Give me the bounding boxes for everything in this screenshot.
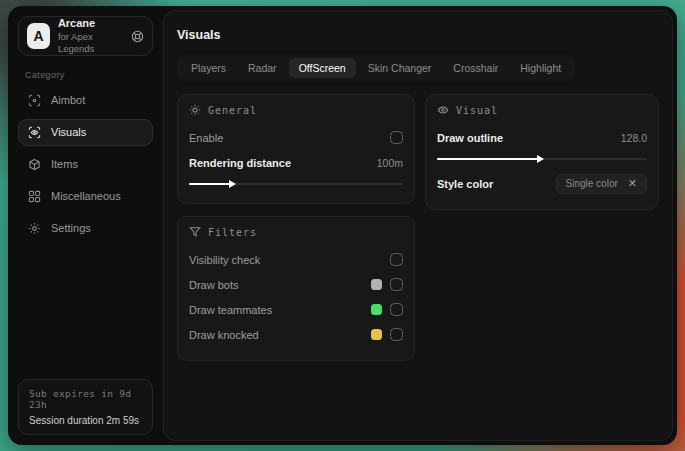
rendering-distance-label: Rendering distance [189, 157, 291, 169]
sub-expires-text: Sub expires in 9d 23h [29, 388, 142, 410]
tab-highlight[interactable]: Highlight [510, 58, 571, 78]
brand-card: A Arcane for Apex Legends [18, 16, 153, 56]
tab-bar: Players Radar OffScreen Skin Changer Cro… [177, 55, 575, 81]
visual-panel-title: Visual [456, 105, 498, 116]
sidebar-nav: Aimbot Visuals [18, 84, 153, 244]
enable-checkbox[interactable] [390, 131, 403, 144]
clear-selection-icon[interactable]: ✕ [628, 178, 637, 189]
draw-outline-label: Draw outline [437, 132, 503, 144]
session-duration-text: Session duration 2m 59s [29, 415, 142, 426]
main-panel: Visuals Players Radar OffScreen Skin Cha… [163, 10, 673, 441]
draw-teammates-row: Draw teammates [189, 298, 403, 321]
sidebar-item-label: Miscellaneous [51, 190, 121, 202]
enable-label: Enable [189, 132, 223, 144]
app-name: Arcane [58, 17, 123, 31]
tab-offscreen[interactable]: OffScreen [289, 58, 356, 78]
draw-outline-slider[interactable] [437, 153, 647, 165]
visual-panel: Visual Draw outline 128.0 Style color Si… [425, 94, 659, 210]
visibility-check-row: Visibility check [189, 248, 403, 271]
support-icon[interactable] [131, 30, 144, 43]
style-color-label: Style color [437, 178, 493, 190]
rendering-distance-slider[interactable] [189, 178, 403, 190]
sidebar-item-aimbot[interactable]: Aimbot [18, 87, 153, 114]
sidebar-item-label: Visuals [51, 126, 86, 138]
draw-bots-label: Draw bots [189, 279, 239, 291]
draw-teammates-color-swatch[interactable] [371, 304, 382, 315]
style-color-selected-value: Single color [566, 178, 618, 189]
right-column: Visual Draw outline 128.0 Style color Si… [425, 94, 659, 210]
crosshair-icon [28, 94, 41, 107]
draw-bots-controls [371, 278, 403, 291]
sidebar-item-miscellaneous[interactable]: Miscellaneous [18, 183, 153, 210]
draw-knocked-color-swatch[interactable] [371, 329, 382, 340]
general-panel-title: General [208, 105, 257, 116]
tab-crosshair[interactable]: Crosshair [443, 58, 508, 78]
visibility-check-label: Visibility check [189, 254, 260, 266]
left-column: General Enable Rendering distance 100m [177, 94, 415, 361]
app-subtitle: for Apex Legends [58, 31, 123, 55]
draw-knocked-row: Draw knocked [189, 323, 403, 346]
slider-fill [189, 183, 234, 185]
grid-icon [28, 190, 41, 203]
tab-skin-changer[interactable]: Skin Changer [358, 58, 442, 78]
filters-panel: Filters Visibility check Draw bots [177, 216, 415, 361]
general-panel-header: General [189, 104, 403, 116]
draw-teammates-checkbox[interactable] [390, 303, 403, 316]
sidebar-item-items[interactable]: Items [18, 151, 153, 178]
app-logo: A [27, 23, 50, 49]
gear-icon [28, 222, 41, 235]
sidebar: A Arcane for Apex Legends Category [12, 10, 159, 441]
sun-icon [189, 104, 201, 116]
rendering-distance-row: Rendering distance 100m [189, 151, 403, 174]
app-window: A Arcane for Apex Legends Category [8, 6, 677, 445]
style-color-select[interactable]: Single color ✕ [556, 174, 647, 194]
sidebar-item-settings[interactable]: Settings [18, 215, 153, 242]
visual-panel-header: Visual [437, 104, 647, 116]
tab-players[interactable]: Players [181, 58, 236, 78]
draw-bots-color-swatch[interactable] [371, 279, 382, 290]
tab-radar[interactable]: Radar [238, 58, 287, 78]
sidebar-item-label: Settings [51, 222, 91, 234]
funnel-icon [189, 226, 201, 238]
category-label: Category [25, 70, 146, 80]
draw-outline-row: Draw outline 128.0 [437, 126, 647, 149]
eye-scan-icon [28, 126, 41, 139]
visibility-check-checkbox[interactable] [390, 253, 403, 266]
style-color-row: Style color Single color ✕ [437, 172, 647, 195]
draw-knocked-label: Draw knocked [189, 329, 259, 341]
subscription-status-card: Sub expires in 9d 23h Session duration 2… [18, 379, 153, 435]
enable-row: Enable [189, 126, 403, 149]
box-icon [28, 158, 41, 171]
draw-teammates-controls [371, 303, 403, 316]
page-title: Visuals [177, 28, 659, 42]
filters-panel-title: Filters [208, 227, 257, 238]
draw-teammates-label: Draw teammates [189, 304, 272, 316]
filters-panel-header: Filters [189, 226, 403, 238]
brand-text: Arcane for Apex Legends [58, 17, 123, 55]
sidebar-item-label: Aimbot [51, 94, 85, 106]
draw-outline-value: 128.0 [621, 132, 647, 144]
draw-bots-checkbox[interactable] [390, 278, 403, 291]
sidebar-item-visuals[interactable]: Visuals [18, 119, 153, 146]
sidebar-item-label: Items [51, 158, 78, 170]
draw-bots-row: Draw bots [189, 273, 403, 296]
draw-knocked-controls [371, 328, 403, 341]
content-area: General Enable Rendering distance 100m [177, 94, 659, 361]
slider-fill [437, 158, 542, 160]
rendering-distance-value: 100m [377, 157, 403, 169]
eye-icon [437, 104, 449, 116]
desktop-background: { "app": { "name": "Arcane", "subtitle":… [0, 0, 685, 451]
draw-knocked-checkbox[interactable] [390, 328, 403, 341]
general-panel: General Enable Rendering distance 100m [177, 94, 415, 204]
